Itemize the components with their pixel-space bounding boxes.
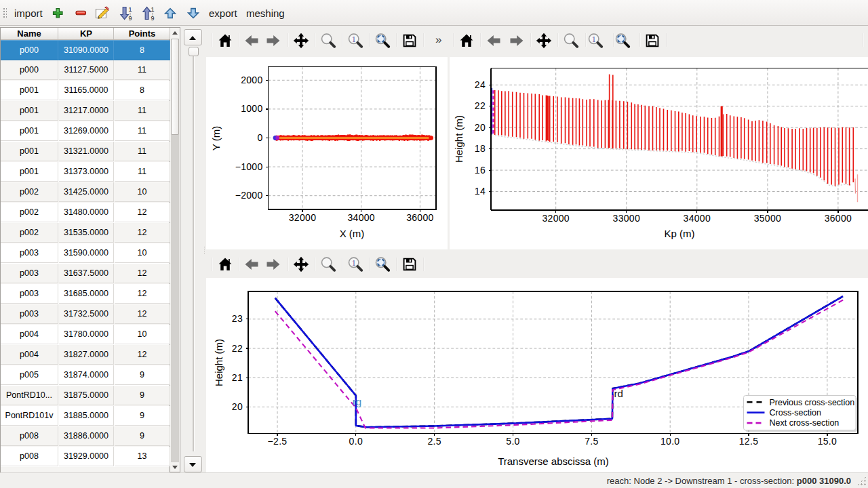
svg-text:−2.5: −2.5 bbox=[268, 436, 288, 447]
svg-text:34000: 34000 bbox=[684, 213, 711, 224]
svg-text:10.0: 10.0 bbox=[660, 436, 679, 447]
svg-text:Cross-section: Cross-section bbox=[770, 408, 821, 418]
svg-text:18: 18 bbox=[475, 143, 486, 154]
svg-text:24: 24 bbox=[475, 79, 486, 90]
svg-text:15.0: 15.0 bbox=[818, 436, 837, 447]
svg-text:2000: 2000 bbox=[241, 75, 262, 85]
svg-text:23: 23 bbox=[232, 313, 243, 324]
svg-text:36000: 36000 bbox=[825, 213, 852, 224]
svg-text:−1000: −1000 bbox=[235, 161, 263, 172]
svg-text:5.0: 5.0 bbox=[506, 436, 519, 447]
svg-text:1000: 1000 bbox=[241, 103, 262, 114]
svg-text:34000: 34000 bbox=[347, 212, 374, 223]
svg-text:rg: rg bbox=[353, 396, 361, 407]
svg-text:22: 22 bbox=[475, 100, 486, 111]
svg-text:Next cross-section: Next cross-section bbox=[770, 418, 840, 428]
svg-text:Y (m): Y (m) bbox=[210, 126, 222, 150]
svg-text:Previous cross-section: Previous cross-section bbox=[770, 398, 855, 407]
svg-text:16: 16 bbox=[475, 165, 486, 176]
svg-text:Kp (m): Kp (m) bbox=[665, 228, 695, 239]
svg-text:20: 20 bbox=[232, 401, 243, 412]
svg-text:20: 20 bbox=[475, 122, 486, 133]
svg-text:32000: 32000 bbox=[542, 213, 569, 224]
svg-text:X (m): X (m) bbox=[340, 228, 365, 239]
svg-text:14: 14 bbox=[475, 186, 486, 197]
svg-text:32000: 32000 bbox=[289, 212, 316, 223]
svg-text:0: 0 bbox=[257, 132, 262, 143]
svg-text:12.5: 12.5 bbox=[739, 436, 758, 447]
svg-text:Transverse abscissa (m): Transverse abscissa (m) bbox=[498, 455, 609, 467]
svg-text:33000: 33000 bbox=[613, 213, 640, 224]
svg-text:22: 22 bbox=[232, 343, 243, 354]
svg-text:35000: 35000 bbox=[754, 213, 781, 224]
svg-text:Height (m): Height (m) bbox=[453, 115, 465, 163]
svg-text:−2000: −2000 bbox=[235, 190, 263, 201]
svg-text:rd: rd bbox=[614, 388, 623, 399]
svg-text:7.5: 7.5 bbox=[585, 436, 598, 447]
svg-text:2.5: 2.5 bbox=[428, 436, 441, 447]
svg-text:0.0: 0.0 bbox=[349, 436, 363, 447]
svg-text:36000: 36000 bbox=[406, 212, 433, 223]
svg-text:Height (m): Height (m) bbox=[213, 339, 224, 386]
svg-text:21: 21 bbox=[232, 372, 243, 383]
